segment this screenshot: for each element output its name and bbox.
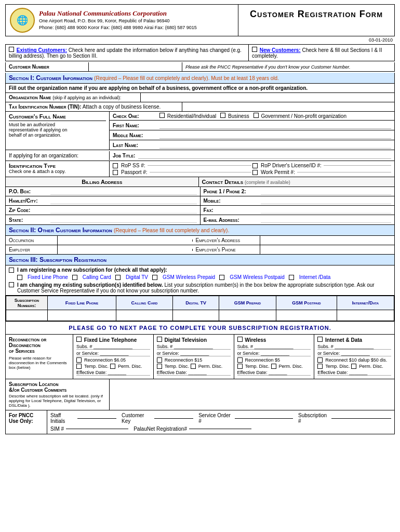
gsm-postpaid-checkbox[interactable] [219, 275, 224, 280]
recon-fixed-subs[interactable]: Subs. # _______________ [76, 344, 150, 350]
sim-field[interactable]: SIM # [50, 426, 128, 432]
existing-customer-checkbox[interactable] [9, 47, 14, 52]
rop-ss-input[interactable] [148, 165, 251, 166]
recon-internet-eff[interactable]: Effective Date: _______ [317, 370, 391, 376]
subscription-field[interactable]: Subscription # [298, 413, 391, 424]
internet-data-sub-input[interactable] [337, 310, 394, 321]
recon-tv-subs[interactable]: Subs. # _______________ [157, 344, 231, 350]
business-checkbox[interactable] [220, 113, 225, 118]
form-title: Customer Registration Form [250, 9, 383, 20]
recon-internet-temp-cb[interactable] [317, 364, 323, 369]
new-sub-checkbox[interactable] [9, 268, 14, 273]
job-title-input[interactable] [138, 152, 391, 159]
job-title-label: Job Title: [113, 153, 135, 158]
rop-dl-input[interactable] [324, 165, 391, 166]
recon-fixed-temp: Temp. Disc. [84, 364, 109, 369]
occupation-input[interactable] [58, 240, 193, 242]
gsm-prepaid-checkbox[interactable] [152, 275, 157, 280]
staff-initials-field[interactable]: Staff Initials [50, 413, 116, 424]
government-checkbox[interactable] [254, 113, 259, 118]
recon-tv-perm-cb[interactable] [191, 364, 196, 369]
recon-fixed-checkbox[interactable] [76, 337, 82, 342]
org-name-input[interactable] [141, 96, 394, 99]
fixed-line-checkbox[interactable] [17, 275, 22, 280]
recon-internet-temp: Temp. Disc. [325, 364, 350, 369]
email-input[interactable] [261, 217, 392, 223]
internet-data-col-header: Internet/Data [337, 296, 394, 310]
recon-tv-temp-cb[interactable] [157, 364, 162, 369]
calling-card-label: Calling Card [83, 274, 111, 280]
service-order-field[interactable]: Service Order # [198, 413, 293, 424]
first-name-label: First Name: [113, 123, 159, 128]
subloc-title2: &/or Customer Comments [9, 387, 106, 393]
recon-wireless-subs[interactable]: Subs. # _______________ [237, 344, 311, 350]
recon-internet-recon-cb[interactable] [317, 357, 323, 363]
recon-wireless-checkbox[interactable] [237, 337, 243, 342]
work-permit-label: Work Permit #: [261, 169, 295, 175]
change-sub-checkbox[interactable] [9, 282, 14, 287]
digital-tv-checkbox[interactable] [115, 275, 121, 280]
subloc-input[interactable] [110, 379, 394, 410]
recon-fixed-perm-cb[interactable] [110, 364, 115, 369]
customer-number-field[interactable] [89, 62, 182, 71]
middle-name-label: Middle Name: [113, 132, 159, 138]
internet-checkbox[interactable] [289, 275, 294, 280]
recon-internet-service[interactable]: or Service: ___________ [317, 351, 391, 356]
digital-tv-sub-input[interactable] [173, 310, 219, 321]
recon-internet-checkbox[interactable] [317, 337, 323, 342]
last-name-input[interactable] [159, 141, 391, 149]
rop-dl-checkbox[interactable] [252, 163, 258, 168]
hamlet-input[interactable] [50, 198, 197, 204]
phone12-input[interactable] [261, 189, 392, 195]
work-permit-input[interactable] [297, 172, 391, 172]
section1-note: (Required – Please fill out completely a… [94, 75, 279, 81]
recon-tv-checkbox[interactable] [157, 337, 162, 342]
subloc-note: Describe where subscription will be loca… [9, 394, 106, 408]
fixed-line-sub-input[interactable] [48, 310, 116, 321]
rop-ss-checkbox[interactable] [113, 163, 118, 168]
state-input[interactable] [50, 217, 197, 223]
recon-fixed-recon: Reconnection $6.05 [84, 357, 126, 363]
recon-fixed-service[interactable]: or Service: ___________ [76, 351, 150, 356]
palaunet-field[interactable]: PalauNet Registration# [134, 426, 251, 432]
recon-wireless-perm-cb[interactable] [271, 364, 276, 369]
work-permit-checkbox[interactable] [252, 170, 258, 175]
passport-input[interactable] [150, 172, 251, 172]
gsm-prepaid-sub-input[interactable] [219, 310, 276, 321]
customer-key-field[interactable]: Customer Key [122, 413, 193, 424]
section3-header: Section III: Subscription Registration [9, 256, 106, 263]
mobile-input[interactable] [261, 198, 392, 204]
zip-input[interactable] [50, 207, 197, 214]
gsm-postpaid-sub-input[interactable] [276, 310, 337, 321]
calling-card-sub-input[interactable] [116, 310, 172, 321]
section2-header: Section II: Other Customer Information [9, 227, 112, 234]
passport-checkbox[interactable] [113, 170, 118, 175]
existing-customers-label: Existing Customers: [17, 47, 67, 53]
recon-wireless-eff[interactable]: Effective Date: _______ [237, 370, 311, 376]
residential-checkbox[interactable] [159, 113, 165, 118]
new-customer-checkbox[interactable] [252, 47, 257, 52]
fax-input[interactable] [261, 207, 392, 214]
po-box-input[interactable] [50, 189, 197, 195]
employer-address-label: Employer's Address [193, 236, 260, 245]
first-name-input[interactable] [159, 122, 391, 129]
employer-input[interactable] [58, 249, 193, 251]
recon-wireless-temp-cb[interactable] [237, 364, 243, 369]
calling-card-checkbox[interactable] [72, 275, 77, 280]
tin-input[interactable] [182, 105, 394, 109]
subloc-title: Subscription Location [9, 381, 106, 387]
recon-fixed-temp-cb[interactable] [76, 364, 82, 369]
check-one-label: Check One: [113, 113, 159, 119]
recon-tv-recon-cb[interactable] [157, 357, 162, 363]
recon-fixed-eff[interactable]: Effective Date: _______ [76, 370, 150, 376]
recon-internet-perm-cb[interactable] [351, 364, 356, 369]
middle-name-input[interactable] [159, 131, 391, 139]
recon-wireless-recon-cb[interactable] [237, 357, 243, 363]
recon-tv-eff[interactable]: Effective Date: _______ [157, 370, 231, 376]
recon-internet-subs[interactable]: Subs. # _______________ [317, 344, 391, 350]
employer-address-input[interactable] [260, 240, 395, 242]
recon-fixed-recon-cb[interactable] [76, 357, 82, 363]
employer-phone-input[interactable] [260, 249, 395, 251]
recon-wireless-service[interactable]: or Service: ___________ [237, 351, 311, 356]
recon-tv-service[interactable]: or Service: ___________ [157, 351, 231, 356]
